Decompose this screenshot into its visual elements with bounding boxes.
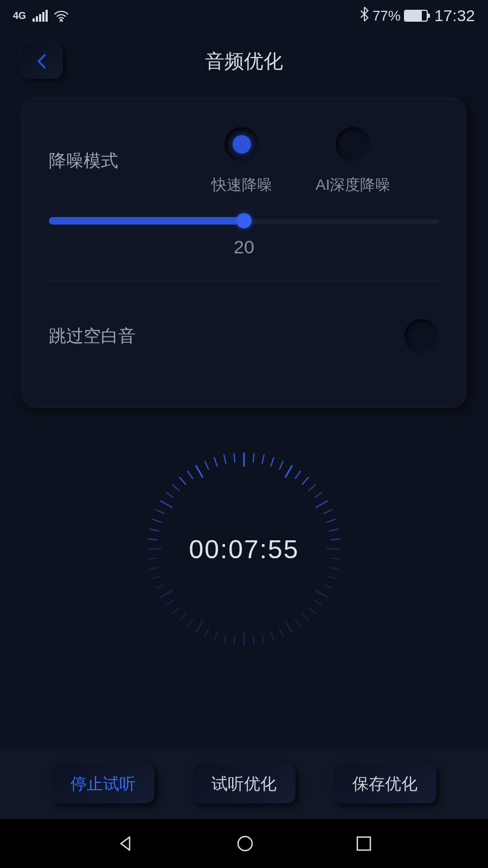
svg-line-50: [156, 510, 164, 514]
svg-line-47: [148, 539, 158, 540]
timer-dial: 00:07:55: [146, 451, 342, 647]
settings-card: 降噪模式 快速降噪 AI深度降噪 20 跳过空白音: [22, 98, 466, 408]
timer-ticks-icon: [146, 451, 342, 647]
system-nav-bar: [0, 819, 488, 868]
svg-rect-62: [357, 837, 370, 850]
battery-percent: 77%: [373, 8, 401, 24]
svg-line-6: [285, 465, 292, 478]
nav-back-icon[interactable]: [115, 834, 135, 853]
svg-line-21: [316, 590, 328, 597]
bluetooth-icon: [359, 7, 369, 25]
svg-line-52: [166, 492, 174, 498]
svg-line-27: [279, 628, 283, 637]
network-indicator: 4G: [13, 11, 26, 21]
status-bar: 4G 77% 17:32: [0, 0, 488, 31]
svg-line-4: [271, 457, 274, 467]
svg-line-23: [309, 607, 316, 614]
battery-icon: [404, 10, 428, 22]
svg-line-53: [172, 484, 179, 491]
svg-line-41: [160, 590, 173, 597]
svg-line-9: [309, 484, 316, 491]
radio-ai-deep-noise[interactable]: AI深度降噪: [316, 127, 390, 195]
skip-blank-label: 跳过空白音: [49, 324, 136, 348]
svg-line-28: [271, 631, 274, 641]
radio-circle-icon: [336, 127, 370, 162]
svg-point-0: [60, 19, 62, 21]
svg-line-44: [150, 567, 159, 569]
svg-line-11: [316, 501, 328, 508]
bottom-action-bar: 停止试听 试听优化 保存优化: [0, 749, 488, 819]
svg-line-35: [205, 628, 209, 637]
svg-line-37: [187, 619, 193, 627]
svg-line-29: [262, 634, 264, 644]
noise-mode-label: 降噪模式: [49, 149, 190, 173]
radio-circle-icon: [224, 127, 259, 162]
radio-fast-noise[interactable]: 快速降噪: [211, 127, 272, 195]
svg-line-30: [253, 635, 254, 645]
svg-line-15: [330, 539, 340, 540]
skip-blank-row: 跳过空白音: [49, 281, 439, 386]
signal-icon: [33, 10, 48, 22]
svg-line-24: [302, 614, 309, 621]
noise-slider-value: 20: [49, 237, 439, 258]
wifi-icon: [54, 10, 68, 22]
network-type: 4G: [13, 11, 26, 21]
svg-line-3: [262, 455, 264, 464]
preview-optimize-button[interactable]: 试听优化: [192, 764, 296, 803]
svg-line-55: [187, 471, 193, 479]
svg-line-43: [152, 576, 162, 579]
svg-line-36: [196, 621, 203, 633]
svg-line-48: [150, 529, 159, 531]
svg-line-45: [148, 558, 158, 559]
svg-line-8: [302, 477, 309, 484]
back-button[interactable]: [22, 44, 63, 79]
status-right: 77% 17:32: [359, 7, 475, 25]
svg-line-19: [326, 576, 336, 579]
svg-line-26: [285, 621, 292, 633]
svg-line-14: [329, 529, 339, 531]
svg-line-56: [196, 465, 203, 478]
chevron-left-icon: [35, 53, 50, 70]
slider-thumb-icon: [236, 213, 252, 228]
save-optimize-button[interactable]: 保存优化: [333, 764, 436, 803]
noise-slider[interactable]: [49, 217, 439, 225]
clock: 17:32: [434, 7, 475, 25]
svg-line-59: [224, 455, 226, 464]
svg-line-13: [326, 519, 336, 522]
svg-line-17: [330, 558, 340, 559]
svg-line-54: [179, 477, 186, 484]
nav-home-icon[interactable]: [235, 834, 255, 853]
timer-section: 00:07:55: [0, 441, 488, 658]
svg-line-58: [214, 457, 217, 467]
svg-line-10: [314, 492, 322, 498]
stop-preview-button[interactable]: 停止试听: [52, 764, 155, 803]
svg-line-38: [179, 614, 186, 621]
svg-line-20: [323, 584, 332, 588]
noise-mode-radio-group: 快速降噪 AI深度降噪: [190, 127, 439, 195]
svg-line-51: [160, 501, 173, 508]
svg-line-22: [314, 600, 322, 606]
svg-point-61: [238, 837, 252, 851]
svg-line-33: [224, 634, 226, 644]
page-title: 音频优化: [205, 48, 283, 75]
svg-line-49: [152, 519, 162, 522]
noise-slider-section: 20: [49, 217, 439, 258]
status-left: 4G: [13, 10, 68, 22]
radio-label: AI深度降噪: [316, 175, 390, 195]
svg-line-57: [205, 461, 209, 469]
svg-line-12: [323, 510, 332, 514]
svg-line-7: [295, 471, 301, 479]
svg-line-60: [234, 453, 235, 463]
radio-label: 快速降噪: [211, 175, 272, 195]
nav-recent-icon[interactable]: [355, 835, 373, 852]
skip-blank-toggle[interactable]: [404, 319, 439, 354]
svg-line-5: [279, 461, 283, 469]
header: 音频优化: [0, 31, 488, 91]
svg-line-2: [253, 453, 254, 463]
svg-line-34: [214, 631, 217, 641]
svg-line-32: [234, 635, 235, 645]
svg-line-18: [329, 567, 339, 569]
noise-mode-row: 降噪模式 快速降噪 AI深度降噪: [49, 127, 439, 195]
svg-line-39: [172, 607, 179, 614]
svg-line-25: [295, 619, 301, 627]
